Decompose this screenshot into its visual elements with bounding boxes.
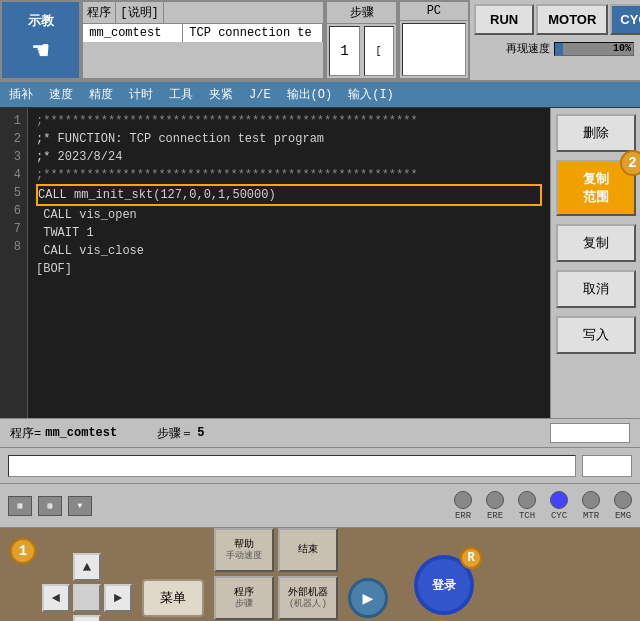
badge-r: R	[460, 547, 482, 569]
step-bracket: [	[364, 26, 394, 76]
top-buttons-row: RUN MOTOR CYCLE	[470, 0, 640, 39]
ind-icon-1: ▦	[8, 496, 32, 516]
run-button[interactable]: RUN	[474, 4, 534, 35]
editor-container: 1 2 3 4 5 6 7 8 ;***********************…	[0, 108, 640, 418]
code-line-4: ;***************************************…	[36, 166, 542, 184]
cyc-label: CYC	[551, 511, 567, 521]
menu-item-5[interactable]: 夹紧	[206, 85, 236, 104]
speed-bar-container[interactable]: 10%	[554, 42, 634, 56]
ere-circle	[486, 491, 504, 509]
dpad-left-button[interactable]: ◄	[42, 584, 70, 612]
err-indicator: ERR	[454, 491, 472, 521]
ext-machine-line1: 外部机器	[288, 587, 328, 599]
speed-value: 10%	[613, 43, 631, 54]
step-status-value: 5	[197, 426, 204, 440]
code-line-3: ;* 2023/8/24	[36, 148, 542, 166]
dpad-down-button[interactable]: ▼	[73, 615, 101, 621]
cyc-circle	[550, 491, 568, 509]
code-line-8: CALL vis_close	[36, 242, 542, 260]
emg-circle	[614, 491, 632, 509]
description-value: TCP connection te	[183, 24, 323, 42]
tch-indicator: TCH	[518, 491, 536, 521]
description-label: [说明]	[116, 2, 163, 23]
step-label: 步骤	[327, 2, 395, 24]
command-input[interactable]	[8, 455, 576, 477]
copy-button[interactable]: 复制	[556, 224, 636, 262]
tch-circle	[518, 491, 536, 509]
program-section: 程序 [说明] mm_comtest TCP connection te	[81, 0, 325, 80]
menu-item-0[interactable]: 插补	[6, 85, 36, 104]
program-step-button[interactable]: 程序 步骤	[214, 576, 274, 620]
right-sidebar: 删除 复制 范围 2 复制 取消 写入	[550, 108, 640, 418]
menu-item-4[interactable]: 工具	[166, 85, 196, 104]
program-status-value: mm_comtest	[45, 426, 117, 440]
input-confirm-button[interactable]	[582, 455, 632, 477]
right-buttons: RUN MOTOR CYCLE 再现速度 10%	[470, 0, 640, 80]
external-machine-button[interactable]: 外部机器 (机器人)	[278, 576, 338, 620]
menu-item-2[interactable]: 精度	[86, 85, 116, 104]
dpad-right-button[interactable]: ►	[104, 584, 132, 612]
prog-step-line2: 步骤	[235, 599, 253, 610]
play-area: ▶	[348, 578, 388, 618]
code-line-2: ;* FUNCTION: TCP connection test program	[36, 130, 542, 148]
ere-label: ERE	[487, 511, 503, 521]
speed-bar-fill: 10%	[555, 43, 563, 55]
ind-icon-2: ▦	[38, 496, 62, 516]
program-label: 程序	[83, 2, 116, 23]
cyc-indicator: CYC	[550, 491, 568, 521]
code-line-5[interactable]: CALL mm_init_skt(127,0,0,1,50000)	[36, 184, 542, 206]
ere-indicator: ERE	[486, 491, 504, 521]
step-status-label: 步骤＝	[157, 425, 193, 442]
status-bar: 程序= mm_comtest 步骤＝ 5	[0, 418, 640, 448]
menu-item-3[interactable]: 计时	[126, 85, 156, 104]
menu-item-7[interactable]: 输出(O)	[284, 85, 336, 104]
top-bar: 示教 ☚ 程序 [说明] mm_comtest TCP connection t…	[0, 0, 640, 82]
demo-box: 示教 ☚	[0, 0, 81, 80]
step-section: 步骤 1 [	[325, 0, 397, 80]
motor-button[interactable]: MOTOR	[536, 4, 608, 35]
help-label-line1: 帮助	[234, 539, 254, 551]
mtr-indicator: MTR	[582, 491, 600, 521]
tch-label: TCH	[519, 511, 535, 521]
emg-indicator: EMG	[614, 491, 632, 521]
dpad-up-button[interactable]: ▲	[73, 553, 101, 581]
dpad-center	[73, 584, 101, 612]
cycle-button[interactable]: CYCLE	[610, 4, 640, 35]
menu-button[interactable]: 菜单	[142, 579, 204, 617]
program-name: mm_comtest	[83, 24, 183, 42]
emg-label: EMG	[615, 511, 631, 521]
status-input-box[interactable]	[550, 423, 630, 443]
step-value: 1	[329, 26, 359, 76]
dpad-container: ▲ ▼ ◄ ►	[42, 553, 132, 621]
program-header: 程序 [说明]	[83, 2, 323, 24]
mtr-circle	[582, 491, 600, 509]
program-values: mm_comtest TCP connection te	[83, 24, 323, 42]
control-grid: 帮助 手动速度 结束 程序 步骤 外部机器 (机器人) 前进	[214, 528, 338, 621]
login-area: R 登录 A	[406, 555, 474, 621]
indicator-icons: ▦ ▦ ▼	[8, 496, 92, 516]
write-button[interactable]: 写入	[556, 316, 636, 354]
demo-label: 示教	[28, 12, 54, 30]
mtr-label: MTR	[583, 511, 599, 521]
help-button[interactable]: 帮助 手动速度	[214, 528, 274, 572]
pc-value	[402, 23, 466, 76]
code-line-7: TWAIT 1	[36, 224, 542, 242]
menu-bar: 插补 速度 精度 计时 工具 夹紧 J/E 输出(O) 输入(I)	[0, 82, 640, 108]
menu-item-6[interactable]: J/E	[246, 87, 274, 103]
pc-section: PC	[398, 0, 470, 80]
speed-row: 再现速度 10%	[470, 39, 640, 58]
play-button[interactable]: ▶	[348, 578, 388, 618]
delete-button[interactable]: 删除	[556, 114, 636, 152]
hand-icon: ☚	[32, 34, 49, 68]
code-area[interactable]: ;***************************************…	[28, 108, 550, 418]
ext-machine-line2: (机器人)	[289, 599, 327, 610]
end-label: 结束	[298, 544, 318, 556]
code-line-bof: [BOF]	[36, 260, 542, 278]
cancel-button[interactable]: 取消	[556, 270, 636, 308]
line-numbers: 1 2 3 4 5 6 7 8	[0, 108, 28, 418]
code-line-1: ;***************************************…	[36, 112, 542, 130]
prog-step-line1: 程序	[234, 587, 254, 599]
menu-item-1[interactable]: 速度	[46, 85, 76, 104]
menu-item-8[interactable]: 输入(I)	[345, 85, 397, 104]
end-button[interactable]: 结束	[278, 528, 338, 572]
